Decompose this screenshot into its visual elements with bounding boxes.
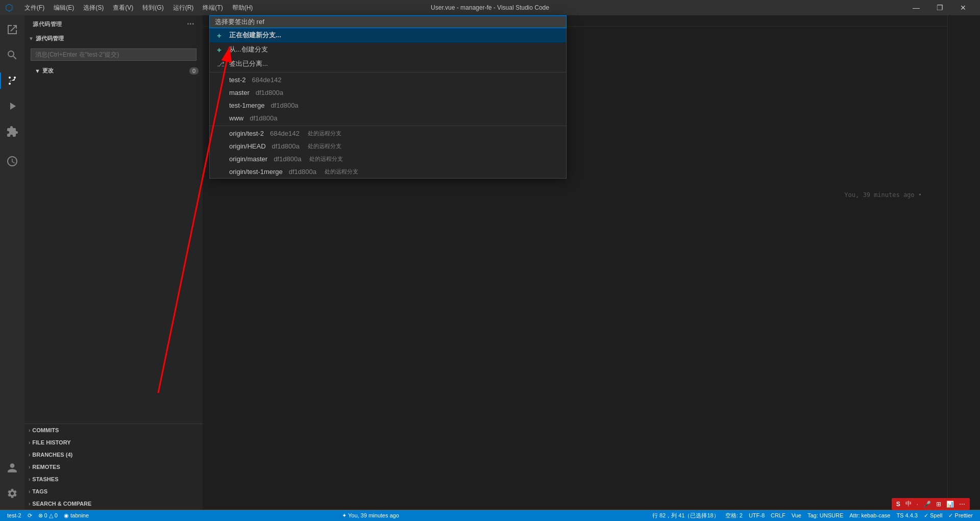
sogou-mic-icon[interactable]: 🎤 — [922, 500, 933, 508]
dropdown-item[interactable]: +正在创建新分支... — [210, 28, 566, 42]
changes-label: 更改 — [42, 67, 54, 75]
status-tabnine[interactable]: ◉ tabnine — [61, 510, 92, 521]
sidebar-item-search-compare[interactable]: ›SEARCH & COMPARE — [24, 498, 203, 510]
dropdown-item[interactable]: ⎇签出已分离... — [210, 57, 566, 71]
chevron-down-icon: ▼ — [29, 36, 34, 41]
sidebar-section-label: STASHES — [32, 476, 58, 482]
title-bar-left: ⬡ 文件(F)编辑(E)选择(S)查看(V)转到(G)运行(R)终端(T)帮助(… — [5, 2, 257, 13]
changes-section[interactable]: ▼ 更改 0 — [24, 65, 203, 77]
status-tag[interactable]: Tag: UNSURE — [804, 510, 846, 521]
sidebar-section-label: REMOTES — [32, 464, 60, 470]
sidebar-item-tags[interactable]: ›TAGS — [24, 485, 203, 498]
status-ts-version[interactable]: TS 4.4.3 — [893, 510, 921, 521]
status-spell[interactable]: ✓ Spell — [921, 510, 946, 521]
dropdown-item-hash: df1d800a — [274, 155, 301, 163]
chevron-right-icon: › — [29, 489, 30, 494]
window-controls[interactable]: — ❐ ✕ — [904, 0, 975, 15]
sidebar-item-remotes[interactable]: ›REMOTES — [24, 461, 203, 473]
sidebar-item-stashes[interactable]: ›STASHES — [24, 473, 203, 485]
dropdown-item-label: origin/HEAD — [229, 142, 266, 150]
run-debug-activity-icon[interactable] — [0, 94, 24, 118]
dropdown-item[interactable]: test-2684de142 — [210, 73, 566, 86]
dropdown-item[interactable]: origin/HEADdf1d800a处的远程分支 — [210, 140, 566, 153]
activity-bar-bottom — [0, 456, 24, 510]
status-prettier[interactable]: ✓ Prettier — [945, 510, 976, 521]
extensions-activity-icon[interactable] — [0, 119, 24, 144]
menu-item[interactable]: 文件(F) — [20, 3, 48, 13]
menu-item[interactable]: 帮助(H) — [228, 3, 257, 13]
dropdown-item-hash: df1d800a — [250, 114, 277, 122]
sidebar-item-file-history[interactable]: ›FILE HISTORY — [24, 436, 203, 449]
dropdown-item[interactable]: origin/masterdf1d800a处的远程分支 — [210, 153, 566, 165]
status-spaces[interactable]: 空格: 2 — [722, 510, 746, 521]
menu-item[interactable]: 转到(G) — [138, 3, 167, 13]
status-attr[interactable]: Attr: kebab-case — [846, 510, 893, 521]
status-encoding[interactable]: UTF-8 — [746, 510, 768, 521]
commit-message-input[interactable] — [31, 48, 197, 61]
more-actions-icon[interactable]: ··· — [187, 19, 194, 29]
menu-bar[interactable]: 文件(F)编辑(E)选择(S)查看(V)转到(G)运行(R)终端(T)帮助(H) — [20, 3, 257, 13]
menu-item[interactable]: 选择(S) — [79, 3, 108, 13]
menu-item[interactable]: 编辑(E) — [50, 3, 78, 13]
dropdown-item-icon: ⎇ — [217, 60, 225, 68]
dropdown-item-label: origin/test-1merge — [229, 168, 283, 176]
status-line-ending[interactable]: CRLF — [768, 510, 789, 521]
dropdown-item-label: origin/master — [229, 155, 267, 163]
sidebar-section-label: SEARCH & COMPARE — [32, 501, 91, 507]
search-activity-icon[interactable] — [0, 43, 24, 67]
dropdown-item-label: www — [229, 114, 243, 122]
sogou-dot-icon[interactable]: · — [915, 500, 920, 508]
status-bar-right: 行 82，列 41（已选择18）空格: 2UTF-8CRLFVueTag: UN… — [649, 510, 976, 521]
sidebar-bottom-sections: ›COMMITS›FILE HISTORY›BRANCHES (4)›REMOT… — [24, 424, 203, 510]
status-branch[interactable]: test-2 — [4, 510, 24, 521]
menu-item[interactable]: 终端(T) — [199, 3, 227, 13]
menu-item[interactable]: 查看(V) — [109, 3, 137, 13]
ref-search-input[interactable] — [215, 18, 561, 26]
dropdown-item[interactable]: origin/test-1mergedf1d800a处的远程分支 — [210, 165, 566, 178]
sidebar-section-label: TAGS — [32, 488, 47, 494]
sidebar: 源代码管理 ··· ▼ 源代码管理 ▼ 更改 0 ›COMMITS›FILE H… — [24, 15, 203, 510]
menu-item[interactable]: 运行(R) — [169, 3, 198, 13]
account-activity-icon[interactable] — [0, 456, 24, 480]
status-errors[interactable]: ⊗ 0 △ 0 — [35, 510, 61, 521]
dropdown-item-label: 签出已分离... — [229, 59, 268, 68]
vscode-logo-icon: ⬡ — [5, 2, 13, 13]
close-button[interactable]: ✕ — [951, 0, 975, 15]
dropdown-item[interactable]: +从...创建分支 — [210, 42, 566, 57]
chevron-right-icon: ▼ — [35, 68, 40, 74]
dropdown-list: +正在创建新分支...+从...创建分支⎇签出已分离...test-2684de… — [209, 28, 567, 179]
dropdown-item-hash: 684de142 — [252, 76, 282, 84]
source-control-section[interactable]: ▼ 源代码管理 — [24, 33, 203, 44]
sogou-lang-icon[interactable]: 中 — [904, 499, 913, 509]
status-sync[interactable]: ⟳ — [24, 510, 35, 521]
dropdown-item-label: origin/test-2 — [229, 130, 264, 137]
dropdown-item[interactable]: masterdf1d800a — [210, 86, 566, 99]
dropdown-item[interactable]: wwwdf1d800a — [210, 112, 566, 125]
sogou-s-icon[interactable]: S — [895, 500, 902, 508]
dropdown-item-hash: 684de142 — [270, 130, 300, 137]
dropdown-item-tag: 处的远程分支 — [309, 155, 343, 163]
dropdown-item-label: test-1merge — [229, 102, 264, 109]
sogou-input-bar: S 中 · 🎤 ⊞ 📊 ⋯ — [892, 498, 970, 510]
explorer-activity-icon[interactable] — [0, 17, 24, 42]
sidebar-item-commits[interactable]: ›COMMITS — [24, 424, 203, 436]
sidebar-section-label: BRANCHES (4) — [32, 452, 72, 458]
dropdown-item-label: master — [229, 89, 250, 96]
chevron-right-icon: › — [29, 477, 30, 482]
status-cursor[interactable]: 行 82，列 41（已选择18） — [649, 510, 722, 521]
activity-bar — [0, 15, 24, 510]
git-history-activity-icon[interactable] — [0, 149, 24, 173]
status-language[interactable]: Vue — [789, 510, 804, 521]
dropdown-item[interactable]: origin/test-2684de142处的远程分支 — [210, 127, 566, 140]
maximize-button[interactable]: ❐ — [928, 0, 951, 15]
dropdown-item-tag: 处的远程分支 — [308, 130, 341, 137]
sogou-grid-icon[interactable]: ⊞ — [935, 500, 943, 508]
dropdown-item-label: test-2 — [229, 76, 246, 84]
sogou-more-icon[interactable]: ⋯ — [958, 500, 967, 508]
minimize-button[interactable]: — — [904, 0, 928, 15]
source-control-activity-icon[interactable] — [0, 68, 24, 93]
dropdown-item[interactable]: test-1mergedf1d800a — [210, 99, 566, 112]
settings-activity-icon[interactable] — [0, 481, 24, 506]
sidebar-item-branches[interactable]: ›BRANCHES (4) — [24, 449, 203, 461]
sogou-chart-icon[interactable]: 📊 — [945, 500, 955, 508]
